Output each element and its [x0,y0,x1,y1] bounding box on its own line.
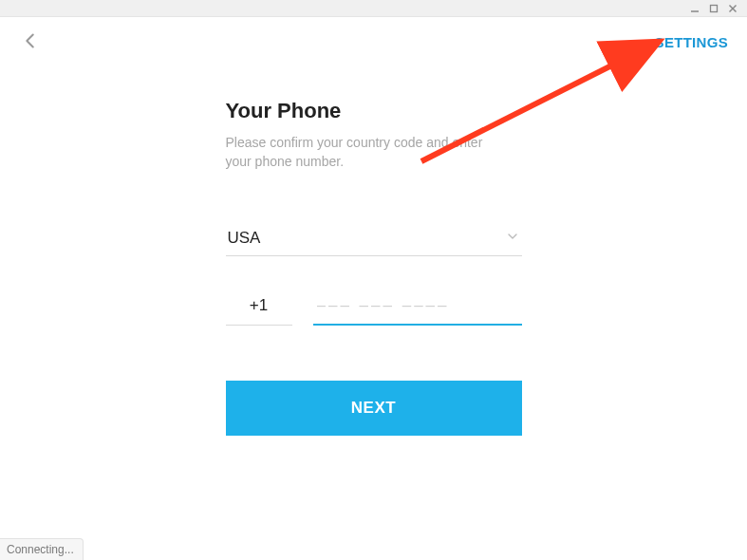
window-titlebar [0,0,747,17]
country-label: USA [228,229,261,248]
next-button[interactable]: NEXT [226,381,522,436]
svg-rect-1 [711,5,718,11]
close-icon[interactable] [726,2,739,15]
maximize-icon[interactable] [707,2,720,15]
back-arrow-icon[interactable] [19,29,42,52]
phone-input-row [226,296,522,326]
topbar: SETTINGS [0,17,747,65]
page-subtitle: Please confirm your country code and ent… [226,133,511,172]
phone-number-input[interactable] [313,296,522,326]
chevron-down-icon [505,229,520,248]
country-select[interactable]: USA [226,229,522,256]
minimize-icon[interactable] [688,2,701,15]
settings-link[interactable]: SETTINGS [655,34,728,50]
country-code-input[interactable] [226,296,292,326]
connection-status: Connecting... [0,538,84,560]
phone-form: Your Phone Please confirm your country c… [226,99,522,436]
page-title: Your Phone [226,99,522,123]
